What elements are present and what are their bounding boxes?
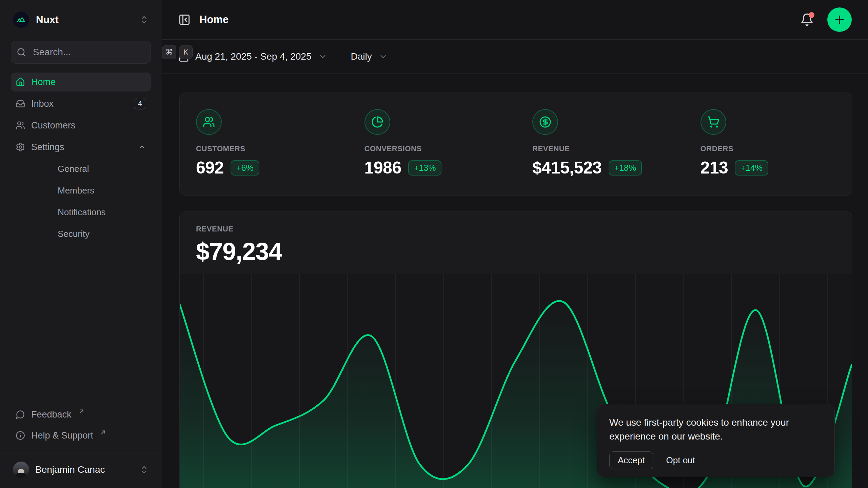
- workspace-name: Nuxt: [36, 14, 59, 25]
- external-link-icon: [78, 408, 84, 414]
- feedback-label: Feedback: [31, 409, 72, 420]
- header-actions: [800, 7, 852, 32]
- chevrons-up-down-icon: [139, 465, 149, 474]
- stats-card: CUSTOMERS 692 +6% CONVERSIONS 1986 +13%: [179, 93, 852, 196]
- sidebar-item-settings[interactable]: Settings: [11, 138, 151, 157]
- sidebar-item-general[interactable]: General: [58, 159, 151, 178]
- sidebar-collapse-button[interactable]: [178, 14, 191, 26]
- add-button[interactable]: [827, 7, 852, 32]
- cmd-key: ⌘: [162, 45, 176, 59]
- search-input[interactable]: [32, 46, 156, 58]
- pie-chart-icon: [364, 109, 390, 135]
- cookie-optout-button[interactable]: Opt out: [666, 452, 695, 469]
- chevrons-up-down-icon: [139, 15, 149, 24]
- user-name: Benjamin Canac: [35, 464, 105, 475]
- stat-label: CONVERSIONS: [364, 144, 500, 153]
- stat-tile-orders: ORDERS 213 +14%: [684, 93, 852, 195]
- stat-value: 213: [701, 158, 728, 178]
- stat-label: REVENUE: [532, 144, 668, 153]
- search-shortcut: ⌘ K: [162, 45, 193, 59]
- sidebar-item-label: Customers: [31, 120, 76, 131]
- sidebar-spacer: [11, 247, 151, 405]
- stat-label: CUSTOMERS: [196, 144, 332, 153]
- cookie-accept-button[interactable]: Accept: [609, 451, 653, 469]
- dashboard-app: Nuxt ⌘ K: [0, 0, 868, 488]
- stat-value: 692: [196, 158, 224, 178]
- help-support-label: Help & Support: [31, 430, 93, 441]
- sidebar-item-label: Settings: [31, 142, 64, 152]
- revenue-chart-total: $79,234: [196, 238, 835, 265]
- revenue-chart-label: REVENUE: [196, 225, 835, 233]
- users-icon: [196, 109, 222, 135]
- chat-bubble-icon: [16, 410, 25, 419]
- nuxt-logo-icon: [13, 12, 29, 28]
- sidebar-item-home[interactable]: Home: [11, 73, 151, 92]
- date-range-value: Aug 21, 2025 - Sep 4, 2025: [195, 51, 312, 62]
- stat-tile-conversions: CONVERSIONS 1986 +13%: [348, 93, 516, 195]
- sidebar-item-label: Inbox: [31, 99, 54, 109]
- date-range-picker[interactable]: Aug 21, 2025 - Sep 4, 2025: [178, 51, 327, 62]
- cookie-banner: We use first-party cookies to enhance yo…: [597, 404, 835, 477]
- help-support-link[interactable]: Help & Support: [11, 426, 151, 445]
- sidebar-item-security[interactable]: Security: [58, 224, 151, 243]
- user-menu[interactable]: Benjamin Canac: [11, 460, 151, 480]
- shopping-cart-icon: [701, 109, 726, 135]
- sidebar-user-section: Benjamin Canac: [0, 453, 162, 488]
- house-icon: [16, 77, 25, 87]
- sidebar-item-customers[interactable]: Customers: [11, 116, 151, 135]
- inbox-count-badge: 4: [134, 98, 146, 109]
- sidebar-item-notifications[interactable]: Notifications: [58, 203, 151, 222]
- sidebar-item-label: Home: [31, 77, 56, 87]
- sidebar-footer: Feedback Help & Support: [11, 405, 151, 447]
- notification-dot: [809, 12, 814, 18]
- info-icon: [16, 431, 25, 440]
- granularity-select[interactable]: Daily: [351, 51, 388, 62]
- feedback-link[interactable]: Feedback: [11, 405, 151, 424]
- stat-delta-badge: +6%: [231, 160, 259, 176]
- revenue-chart-header: REVENUE $79,234: [180, 212, 852, 265]
- chevron-up-icon: [138, 143, 146, 151]
- external-link-icon: [100, 429, 106, 435]
- filter-toolbar: Aug 21, 2025 - Sep 4, 2025 Daily: [162, 40, 868, 74]
- page-title: Home: [199, 14, 229, 26]
- settings-submenu: General Members Notifications Security: [40, 159, 151, 243]
- stat-tile-customers: CUSTOMERS 692 +6%: [180, 93, 348, 195]
- k-key: K: [179, 45, 193, 59]
- sidebar: Nuxt ⌘ K: [0, 0, 162, 488]
- stat-value: 1986: [364, 158, 401, 178]
- notifications-button[interactable]: [800, 13, 814, 26]
- cookie-message: We use first-party cookies to enhance yo…: [609, 416, 813, 443]
- panel-left-close-icon: [178, 14, 191, 26]
- stat-label: ORDERS: [701, 144, 836, 153]
- chevron-down-icon: [318, 52, 327, 61]
- user-avatar: [13, 462, 29, 478]
- chevron-down-icon: [379, 52, 388, 61]
- page-header: Home: [162, 0, 868, 40]
- stat-tile-revenue: REVENUE $415,523 +18%: [516, 93, 684, 195]
- stat-delta-badge: +14%: [735, 160, 768, 176]
- stat-delta-badge: +18%: [609, 160, 642, 176]
- search-box[interactable]: ⌘ K: [11, 41, 151, 64]
- inbox-icon: [16, 99, 25, 108]
- circle-dollar-icon: [532, 109, 558, 135]
- sidebar-item-members[interactable]: Members: [58, 181, 151, 200]
- plus-icon: [833, 14, 846, 26]
- workspace-switcher[interactable]: Nuxt: [11, 9, 151, 30]
- users-icon: [16, 121, 25, 130]
- search-icon: [17, 47, 26, 57]
- granularity-value: Daily: [351, 51, 372, 62]
- sidebar-item-inbox[interactable]: Inbox 4: [11, 94, 151, 113]
- stat-value: $415,523: [532, 158, 602, 178]
- gear-icon: [16, 142, 25, 152]
- sidebar-nav: Home Inbox 4 Cus: [11, 73, 151, 247]
- stat-delta-badge: +13%: [408, 160, 442, 176]
